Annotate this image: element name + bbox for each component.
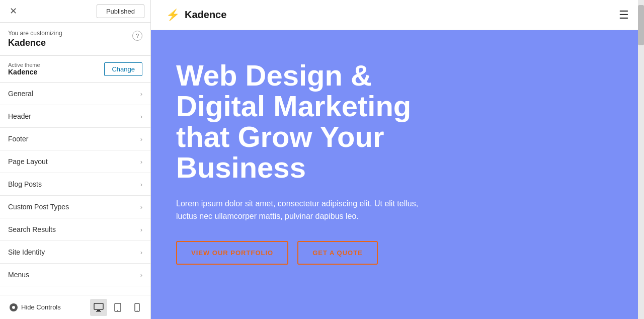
preview-hero-section: Web Design & Digital Marketing that Grow… (151, 30, 644, 319)
chevron-right-icon: › (140, 226, 142, 233)
chevron-right-icon: › (140, 158, 142, 166)
menu-item-menus[interactable]: Menus › (0, 264, 150, 286)
chevron-right-icon: › (140, 203, 142, 211)
customizer-menu-list: General › Header › Footer › Page Layout … (0, 83, 150, 295)
svg-point-6 (117, 310, 118, 311)
svg-point-8 (136, 310, 137, 311)
device-desktop-button[interactable] (90, 299, 107, 316)
preview-area: ⚡ Kadence ☰ Web Design & Digital Marketi… (151, 0, 644, 319)
active-theme-label: Active theme (8, 62, 40, 68)
menu-item-header[interactable]: Header › (0, 105, 150, 128)
menu-item-label: Search Results (8, 225, 56, 233)
hero-subtitle: Lorem ipsum dolor sit amet, consectetur … (176, 197, 438, 223)
hamburger-icon[interactable]: ☰ (619, 9, 629, 22)
tablet-icon (114, 303, 121, 312)
menu-item-footer[interactable]: Footer › (0, 128, 150, 150)
logo-bolt-icon: ⚡ (166, 9, 180, 22)
menu-item-label: Site Identity (8, 248, 45, 256)
menu-item-label: Header (8, 112, 31, 120)
menu-item-label: Footer (8, 135, 28, 143)
customizing-subtitle: You are customizing (8, 30, 62, 37)
chevron-right-icon: › (140, 249, 142, 256)
hero-buttons: VIEW OUR PORTFOLIO GET A QUOTE (176, 241, 619, 265)
menu-item-general[interactable]: General › (0, 83, 150, 105)
chevron-right-icon: › (140, 113, 142, 120)
preview-logo: ⚡ Kadence (166, 9, 226, 22)
hide-controls-button[interactable]: Hide Controls (5, 301, 65, 314)
scrollbar-thumb (638, 5, 644, 45)
get-quote-button[interactable]: GET A QUOTE (297, 241, 378, 265)
active-theme-section: Active theme Kadence Change (0, 56, 150, 83)
published-button[interactable]: Published (97, 5, 144, 18)
svg-rect-4 (96, 311, 101, 312)
chevron-right-icon: › (140, 271, 142, 279)
desktop-icon (94, 303, 104, 312)
bottom-bar: Hide Controls (0, 295, 150, 319)
menu-item-site-identity[interactable]: Site Identity › (0, 241, 150, 264)
device-tablet-button[interactable] (109, 299, 126, 316)
device-mobile-button[interactable] (128, 299, 145, 316)
eye-icon (9, 303, 18, 312)
close-button[interactable]: ✕ (6, 4, 20, 18)
preview-panel: ⚡ Kadence ☰ Web Design & Digital Marketi… (151, 0, 644, 319)
menu-item-custom-post-types[interactable]: Custom Post Types › (0, 196, 150, 218)
preview-navbar: ⚡ Kadence ☰ (151, 0, 644, 30)
customizing-section: You are customizing Kadence ? (0, 23, 150, 56)
hero-title: Web Design & Digital Marketing that Grow… (176, 60, 438, 183)
change-theme-button[interactable]: Change (104, 62, 142, 76)
logo-text: Kadence (185, 9, 226, 21)
menu-item-search-results[interactable]: Search Results › (0, 218, 150, 241)
menu-item-label: Custom Post Types (8, 203, 69, 211)
svg-rect-2 (94, 303, 103, 309)
chevron-right-icon: › (140, 90, 142, 98)
top-bar: ✕ Published (0, 0, 150, 23)
svg-point-1 (12, 306, 15, 309)
help-icon[interactable]: ? (132, 31, 142, 41)
menu-item-label: Menus (8, 271, 29, 279)
menu-item-page-layout[interactable]: Page Layout › (0, 150, 150, 173)
menu-item-blog-posts[interactable]: Blog Posts › (0, 173, 150, 196)
chevron-right-icon: › (140, 181, 142, 188)
menu-item-label: Blog Posts (8, 180, 42, 188)
customizing-site-name: Kadence (8, 38, 62, 48)
menu-item-label: General (8, 90, 33, 98)
menu-item-label: Page Layout (8, 157, 48, 166)
chevron-right-icon: › (140, 135, 142, 143)
svg-rect-3 (97, 310, 100, 311)
mobile-icon (134, 303, 140, 312)
active-theme-name: Kadence (8, 68, 40, 76)
hide-controls-label: Hide Controls (21, 303, 61, 311)
preview-scrollbar[interactable] (638, 0, 644, 319)
customizer-panel: ✕ Published You are customizing Kadence … (0, 0, 151, 319)
view-portfolio-button[interactable]: VIEW OUR PORTFOLIO (176, 241, 288, 265)
